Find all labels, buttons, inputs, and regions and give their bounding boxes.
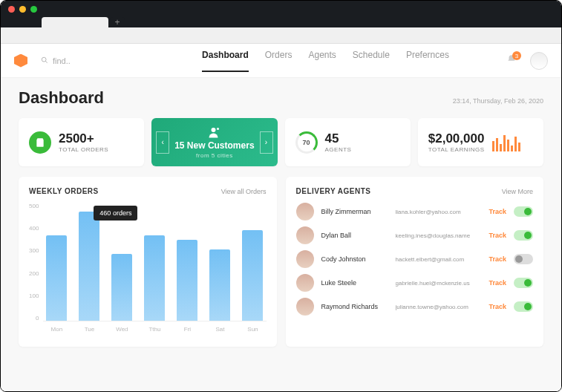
chart-tooltip: 460 orders [94,206,137,220]
agent-avatar[interactable] [296,250,314,268]
close-dot[interactable] [8,6,15,13]
card-earnings: $2,00,000 TOTAL EARNINGS [418,118,543,166]
search-placeholder: find.. [53,56,71,65]
chart-bar[interactable]: Sat [206,249,233,321]
agent-email: gabrielle.huel@mckenzie.us [396,280,482,287]
svg-line-1 [45,61,48,63]
agent-email: keeling.ines@douglas.name [396,232,482,239]
chart-bar[interactable]: Sun [239,230,266,321]
user-avatar[interactable] [530,52,548,70]
card-total-orders: 2500+ TOTAL ORDERS [19,118,144,166]
user-plus-icon [208,125,221,139]
view-more-link[interactable]: View More [502,188,533,195]
svg-point-0 [42,57,46,62]
agent-avatar[interactable] [296,203,314,220]
nav-schedule[interactable]: Schedule [353,50,390,72]
track-link[interactable]: Track [489,303,506,310]
agent-email: hackett.elbert@gmail.com [396,256,482,263]
agent-row: Dylan Ballkeeling.ines@douglas.nameTrack [296,226,534,244]
chart-bar[interactable]: Fri [174,240,200,321]
nav-preferences[interactable]: Prefernces [406,50,449,72]
notification-badge: 3 [512,51,521,60]
agent-row: Raymond Richardsjulianne.towne@yahoo.com… [296,298,534,316]
minimize-dot[interactable] [19,6,26,13]
chart-bar[interactable]: Mon [43,235,70,321]
nav-links: Dashboard Orders Agents Schedule Prefern… [202,50,449,72]
browser-tab[interactable] [42,17,108,27]
track-link[interactable]: Track [489,208,506,215]
chart-x-label: Fri [184,326,191,333]
notification-bell[interactable]: 3 [506,54,517,67]
chart-bars: 460 orders MonTueWedTthuFriSatSun [43,203,266,321]
url-bar[interactable] [1,27,561,44]
chart-x-label: Wed [116,326,128,333]
weekly-title: WEEKLY ORDERS [29,187,99,195]
agent-name: Billy Zimmerman [321,208,388,215]
nav-agents[interactable]: Agents [308,50,336,72]
chart-x-label: Tthu [148,326,160,333]
agents-ring: 70 [295,131,318,154]
zoom-dot[interactable] [30,6,37,13]
chevron-right-icon[interactable]: › [260,131,273,154]
orders-label: TOTAL ORDERS [59,146,108,153]
nav-orders[interactable]: Orders [265,50,293,72]
card-agents: 70 45 AGENTS [285,118,411,166]
agent-name: Luke Steele [321,279,388,287]
agent-toggle[interactable] [514,230,533,241]
shopping-bag-icon [29,131,51,154]
agents-value: 45 [325,131,352,146]
earnings-value: $2,00,000 [428,131,485,146]
agent-row: Cody Johnstonhackett.elbert@gmail.comTra… [296,250,534,268]
new-tab-button[interactable]: + [110,17,125,27]
svg-point-3 [217,128,219,130]
earnings-label: TOTAL EARNINGS [428,146,485,153]
page-title: Dashboard [19,88,104,108]
search-icon [41,56,48,65]
agent-email: julianne.towne@yahoo.com [396,304,482,310]
timestamp: 23:14, Thursday, Feb 26, 2020 [453,97,543,105]
agent-row: Luke Steelegabrielle.huel@mckenzie.usTra… [296,274,534,292]
agent-name: Dylan Ball [321,232,388,239]
customers-value: 15 New Customers [174,140,254,151]
customers-label: from 5 cities [196,152,233,159]
chart-y-axis: 5004003002001000 [29,203,43,336]
earnings-sparkline [492,134,520,151]
agent-name: Raymond Richards [321,303,388,310]
agent-email: liana.kohler@yahoo.com [396,209,482,215]
view-all-orders-link[interactable]: View all Orders [221,188,267,195]
svg-point-2 [211,128,215,132]
chart-x-label: Sat [215,326,224,333]
card-new-customers: ‹ 15 New Customers from 5 cities › [151,118,277,166]
track-link[interactable]: Track [489,232,506,239]
window-titlebar [1,1,561,17]
logo-icon[interactable] [14,54,27,68]
chart-bar[interactable]: Tthu [141,235,168,321]
agent-row: Billy Zimmermanliana.kohler@yahoo.comTra… [296,203,534,220]
track-link[interactable]: Track [489,279,506,287]
orders-value: 2500+ [59,131,108,146]
agents-label: AGENTS [325,146,352,153]
agent-avatar[interactable] [296,298,314,316]
agent-avatar[interactable] [296,226,314,244]
agent-toggle[interactable] [514,206,533,217]
agent-toggle[interactable] [514,254,533,264]
chevron-left-icon[interactable]: ‹ [156,131,169,154]
delivery-agents-panel: DELIVERY AGENTS View More Billy Zimmerma… [286,177,544,347]
search-input[interactable]: find.. [41,56,145,65]
nav-dashboard[interactable]: Dashboard [202,50,249,72]
chart-x-label: Sun [247,326,258,333]
delivery-title: DELIVERY AGENTS [296,187,371,195]
chart-bar[interactable]: Wed [108,254,135,321]
chart-x-label: Tue [85,326,95,333]
browser-tabs: + [1,17,561,27]
chart-x-label: Mon [51,326,63,333]
agent-toggle[interactable] [514,301,533,312]
agent-toggle[interactable] [514,278,533,288]
track-link[interactable]: Track [489,255,506,263]
agent-avatar[interactable] [296,274,314,292]
weekly-orders-panel: WEEKLY ORDERS View all Orders 5004003002… [19,177,277,347]
agent-name: Cody Johnston [321,255,388,263]
chart-bar[interactable]: Tue [76,212,102,321]
top-nav: find.. Dashboard Orders Agents Schedule … [1,44,561,78]
